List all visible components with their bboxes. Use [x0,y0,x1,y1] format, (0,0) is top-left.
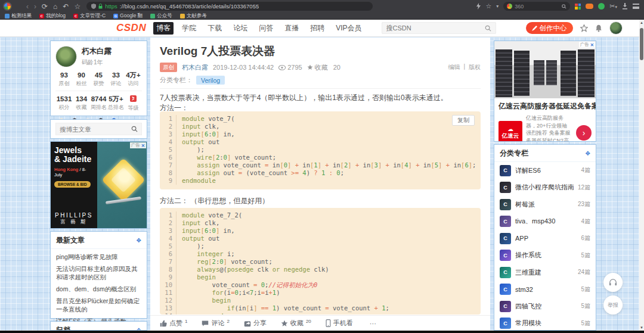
code-line: 10 vote_count = 0;//记得初始化为0 [160,281,476,289]
apps-grid-icon[interactable] [575,4,581,10]
forward-icon[interactable]: › [34,3,36,10]
latest-article-link[interactable]: dom、dem、dsm的概念区别 [56,283,141,295]
nav-item[interactable]: 博客 [153,22,174,35]
category-item[interactable]: C 微信小程序爬坑指南 12篇 [494,179,596,197]
ad-close-icon[interactable]: ✕ [590,42,594,48]
stat-cell[interactable]: 5万+ 总排名 [107,95,125,112]
action-button[interactable]: ··· [367,320,376,327]
stat-cell[interactable]: 4万+ 访问 [125,71,142,88]
edit-link[interactable]: 编辑 [448,63,460,71]
copyright-link[interactable]: 版权 [469,63,481,71]
bookmark-item[interactable]: 检测结果 [5,13,32,20]
header-search-input[interactable] [386,24,485,32]
nav-item[interactable]: 问答 [256,22,276,35]
code-line: 1module vote_7( [160,115,476,123]
latest-article-link[interactable]: 无法访问目标主机的原因及其和请求超时的区别 [56,263,141,283]
category-label: 分类专栏： [160,76,193,85]
favorites-star-icon[interactable] [580,24,588,32]
blog-search-input[interactable] [60,126,131,133]
category-item[interactable]: C 树莓派 23篇 [494,196,596,213]
category-item[interactable]: C stm32 5篇 [494,281,596,298]
bookmark-star-icon[interactable]: ☆ [485,2,491,10]
bookmark-item[interactable]: 文献参考 [180,13,207,20]
latest-article-link[interactable]: ping网络诊断常见故障 [56,251,141,263]
address-bar[interactable]: https://blog.csdn.net/qq_45467083/articl… [86,2,373,11]
back-icon[interactable]: ‹ [26,3,29,10]
scrollbar-thumb[interactable] [640,28,643,60]
stat-cell[interactable]: 45 获赞 [90,71,107,88]
action-button[interactable]: 评论2 [202,319,229,328]
server-ad-card[interactable]: 广告✕ 亿速云高防服务器低延迟免备案 ☁亿速云 亿速云高防服务器，20+行业领袖… [494,41,596,142]
report-button[interactable]: 举报 [603,295,623,315]
games-icon[interactable] [586,4,593,9]
category-item[interactable]: C 常用模块 5篇 [494,315,596,331]
stat-cell[interactable]: 90 粉丝 [73,71,90,88]
bookmark-item[interactable]: 公众号 [150,13,172,20]
header-search[interactable] [382,22,496,34]
search-icon[interactable] [485,25,491,32]
ad-close-icon[interactable]: ✕ [141,143,145,148]
stat-cell[interactable]: 93 原创 [55,71,73,88]
latest-article-link[interactable]: 普吕克坐标Plücker是如何确定一条直线的 [56,295,141,315]
article-author-link[interactable]: 朽木白露 [182,63,208,72]
lightning-icon[interactable] [476,3,481,10]
nav-item[interactable]: VIP会员 [333,22,364,35]
shuffle-icon[interactable]: ✥ [586,150,590,157]
nav-item[interactable]: 论坛 [230,22,250,35]
browser-logo-icon[interactable] [3,2,12,11]
search-icon[interactable] [131,126,138,132]
customer-service-button[interactable] [603,273,623,292]
favorite-star-icon[interactable]: ☆ [74,3,80,10]
menu-icon[interactable] [633,4,639,9]
page-scrollbar[interactable]: ▲ ▼ [639,20,644,331]
browser-search-box[interactable]: 360 [503,2,570,11]
scroll-up-icon[interactable]: ▲ [639,21,644,24]
copy-button[interactable]: 复制 [452,115,475,126]
bookmark-item[interactable]: G Google 翻 [113,13,143,20]
action-button[interactable]: 分享 [244,319,267,328]
category-item[interactable]: C tiva、msp430 4篇 [494,213,596,231]
stat-cell[interactable]: 等级 [125,95,142,112]
yisu-logo[interactable]: ☁亿速云 [499,121,522,142]
category-item[interactable]: C 详解ES6 4篇 [494,162,596,179]
stat-cell[interactable]: 1531 积分 [55,95,73,112]
undo-icon[interactable]: ↶ [63,3,69,10]
bookmark-item[interactable]: C 文章管理-C [73,13,106,20]
category-item[interactable]: C APP 6篇 [494,230,596,247]
category-tag-verilog[interactable]: Verilog [196,76,225,85]
refresh-icon[interactable]: ⟳ [42,3,48,10]
extension-icon[interactable] [598,3,605,10]
category-item[interactable]: C 操作系统 5篇 [494,247,596,264]
profile-avatar[interactable] [55,46,77,67]
scissors-icon[interactable]: ✂▾ [609,2,617,10]
scroll-down-icon[interactable]: ▼ [639,326,644,329]
nav-item[interactable]: 招聘 [307,22,327,35]
phillips-ad[interactable]: 广告✕ Jewels& Jadeite Hong Kong / 8-July B… [50,141,147,229]
action-button[interactable]: 收藏20 [281,319,311,328]
shuffle-icon[interactable]: ✥ [137,237,141,244]
create-center-button[interactable]: 创作中心 [526,22,573,34]
collect-button[interactable]: 收藏 20 [307,63,340,72]
nav-item[interactable]: 学院 [179,22,199,35]
nav-item[interactable]: 直播 [281,22,302,35]
ad-arrow-button[interactable]: › [576,125,592,141]
notifications-bell-icon[interactable] [595,24,602,32]
category-item[interactable]: C 四轴飞控 5篇 [494,298,596,315]
profile-name[interactable]: 朽木白露 [82,46,112,57]
category-item[interactable]: C 三维重建 24篇 [494,264,596,281]
browse-bid-button[interactable]: BROWSE & BID [54,181,91,188]
nav-item[interactable]: 下载 [205,22,225,35]
csdn-logo[interactable]: CSDN [116,22,146,34]
stat-cell[interactable]: 8744 周排名 [90,95,107,112]
search-icon[interactable] [562,4,566,9]
bookmark-item[interactable]: C 我的blog [39,13,66,20]
action-button[interactable]: 点赞1 [160,319,187,328]
stat-cell[interactable]: 134 收藏 [73,95,90,112]
stat-cell[interactable]: 33 评论 [107,71,125,88]
category-thumb-icon: C [500,216,511,227]
action-button[interactable]: 手机看 [326,319,353,328]
home-icon[interactable]: ⌂ [53,3,57,10]
user-avatar[interactable] [609,21,623,35]
download-icon[interactable] [622,3,628,10]
star-dropdown-icon[interactable]: ▾ [496,4,499,9]
